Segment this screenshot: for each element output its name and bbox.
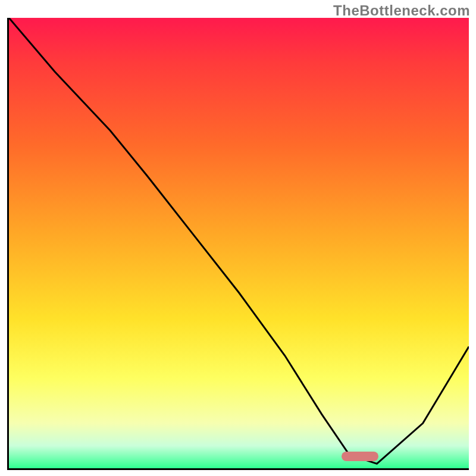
bottleneck-curve — [9, 18, 469, 468]
chart-container: TheBottleneck.com — [0, 0, 476, 476]
optimal-marker — [342, 452, 378, 461]
plot-area — [7, 18, 469, 470]
attribution-text: TheBottleneck.com — [333, 2, 470, 19]
